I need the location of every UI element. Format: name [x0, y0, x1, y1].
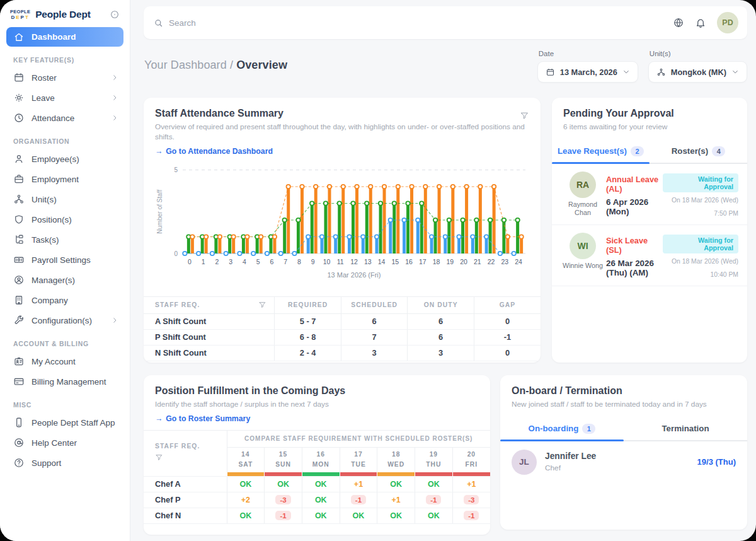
cell-gap: 0 [474, 313, 541, 329]
day-header-20: 20FRI [452, 447, 490, 472]
person-icon [13, 153, 25, 165]
sidebar-item-billing-management[interactable]: Billing Management [6, 371, 123, 392]
cell-fulfillment: -1 [452, 508, 490, 523]
user-avatar[interactable]: PD [717, 12, 738, 33]
go-to-roster-summary-link[interactable]: Go to Roster Summary [155, 414, 250, 423]
filter-funnel-icon[interactable] [258, 301, 266, 309]
collapse-sidebar-icon[interactable] [110, 9, 120, 20]
table-row-chef-n: Chef NOK-1OKOKOKOK-1 [144, 508, 490, 523]
calendar-icon [546, 67, 555, 77]
sidebar-item-label: Configuration(s) [32, 316, 92, 325]
sidebar-item-label: Unit(s) [32, 195, 57, 204]
sidebar-item-manager-s[interactable]: Manager(s) [6, 270, 123, 290]
go-to-attendance-dashboard-link[interactable]: Go to Attendance Dashboard [155, 147, 273, 156]
tab-termination[interactable]: Termination [624, 418, 747, 440]
sidebar-item-unit-s[interactable]: Unit(s) [6, 189, 123, 209]
sidebar-item-label: Leave [32, 93, 55, 103]
card-title: Pending Your Approval [563, 108, 736, 119]
leave-type: Sick Leave (SL) [606, 236, 663, 255]
request-meta: Waiting for ApprovalOn 18 Mar 2026 (Wed)… [663, 233, 738, 279]
sidebar-item-leave[interactable]: Leave [6, 88, 123, 108]
leave-request-item[interactable]: WIWinnie WongSick Leave (SL)26 Mar 2026 … [552, 225, 747, 286]
filter-funnel-icon[interactable] [520, 111, 529, 120]
sidebar-item-help-center[interactable]: Help Center [6, 433, 123, 453]
group-header-row: STAFF REQ.COMPARE STAFF REQUIREMENT WITH… [144, 430, 490, 447]
sidebar-item-label: Payroll Settings [32, 255, 91, 265]
sidebar-item-payroll-settings[interactable]: Payroll Settings [6, 250, 123, 270]
leave-type: Annual Leave (AL) [606, 175, 663, 194]
card-title: Position Fulfillment in the Coming Days [155, 385, 479, 397]
sidebar-item-employment[interactable]: Employment [6, 169, 123, 189]
day-header-17: 17TUE [340, 447, 377, 472]
sidebar-item-task-s[interactable]: Task(s) [6, 230, 123, 250]
cell-fulfillment: OK [302, 476, 340, 492]
svg-text:24: 24 [515, 258, 522, 265]
column-header-on-duty: ON DUTY [408, 296, 474, 313]
cell-name: P Shift Count [144, 329, 275, 345]
svg-text:11: 11 [337, 258, 344, 265]
section-label-key-feature-s: KEY FEATURE(S) [13, 56, 123, 64]
link-label: Go to Roster Summary [166, 414, 250, 423]
notifications-bell-icon[interactable] [695, 17, 706, 28]
compare-group-header: COMPARE STAFF REQUIREMENT WITH SCHEDULED… [227, 430, 490, 447]
sidebar-item-label: Employment [32, 175, 79, 184]
sidebar-item-company[interactable]: Company [6, 290, 123, 310]
sidebar-item-label: Help Center [32, 438, 77, 448]
table-row-chef-p: Chef P+2-3OK-1+1-1-3 [144, 492, 490, 508]
cell-required: 6 - 8 [275, 329, 341, 345]
svg-text:16: 16 [405, 258, 413, 265]
leave-request-item[interactable]: RARaymond ChanAnnual Leave (AL)6 Apr 202… [552, 164, 747, 225]
filter-funnel-icon[interactable] [155, 453, 163, 462]
unit-picker[interactable]: Mongkok (MK) [648, 61, 747, 83]
hierarchy-icon [13, 194, 25, 205]
search-icon [154, 18, 163, 28]
svg-text:20: 20 [460, 258, 467, 265]
unit-picker-value: Mongkok (MK) [671, 67, 726, 77]
sidebar-item-label: Attendance [32, 113, 74, 123]
day-header-18: 18WED [377, 447, 415, 472]
table-row-p-shift-count: P Shift Count6 - 876-1 [144, 329, 541, 345]
tab-label: Termination [662, 424, 709, 433]
section-label-organisation: ORGANISATION [13, 137, 123, 145]
breadcrumb-section[interactable]: Your Dashboard [144, 59, 227, 71]
unit-picker-group: Unit(s) Mongkok (MK) [648, 50, 747, 83]
tab-on-boarding[interactable]: On-boarding1 [500, 418, 624, 440]
breadcrumb: Your Dashboard / Overview [144, 59, 287, 72]
sidebar-item-attendance[interactable]: Attendance [6, 108, 123, 128]
sidebar-item-employee-s[interactable]: Employee(s) [6, 149, 123, 169]
search-input[interactable] [169, 18, 673, 28]
card-subtitle: 6 items awaiting for your review [563, 122, 736, 132]
sidebar-item-support[interactable]: Support [6, 453, 123, 473]
sidebar-item-label: Dashboard [32, 32, 76, 42]
sidebar-item-roster[interactable]: Roster [6, 67, 123, 88]
cell-position-name: Chef N [144, 508, 227, 523]
tab-leave-request-s[interactable]: Leave Request(s)2 [552, 141, 650, 163]
date-picker-group: Date 13 March, 2026 [537, 50, 638, 83]
unit-picker-label: Unit(s) [650, 50, 747, 57]
sidebar-item-configuration-s[interactable]: Configuration(s) [6, 310, 123, 330]
requester-block: WIWinnie Wong [559, 233, 606, 279]
sidebar-item-people-dept-staff-app[interactable]: People Dept Staff App [6, 412, 123, 433]
cell-fulfillment: OK [227, 508, 265, 523]
requester-block: RARaymond Chan [559, 172, 606, 218]
sidebar-item-label: Roster [32, 73, 57, 83]
cell-fulfillment: OK [227, 476, 265, 492]
idcard-icon [13, 356, 25, 367]
svg-text:9: 9 [311, 258, 315, 265]
date-picker[interactable]: 13 March, 2026 [537, 61, 638, 83]
cell-fulfillment: OK [415, 476, 453, 492]
sun-icon [13, 92, 25, 103]
svg-text:14: 14 [378, 258, 386, 265]
sidebar-item-dashboard[interactable]: Dashboard [6, 27, 123, 47]
cell-position-name: Chef P [144, 492, 227, 508]
tab-roster-s[interactable]: Roster(s)4 [650, 141, 747, 163]
onboarding-item[interactable]: JLJennifer LeeChef19/3 (Thu) [500, 441, 747, 483]
shortage-pill: -1 [464, 511, 479, 520]
language-globe-icon[interactable] [673, 17, 684, 28]
cell-scheduled: 6 [341, 313, 408, 329]
sidebar-item-position-s[interactable]: Position(s) [6, 209, 123, 230]
sidebar-item-label: People Dept Staff App [32, 418, 115, 428]
sidebar-item-my-account[interactable]: My Account [6, 351, 123, 371]
sidebar-item-label: My Account [32, 357, 76, 366]
cell-fulfillment: -1 [265, 508, 302, 523]
